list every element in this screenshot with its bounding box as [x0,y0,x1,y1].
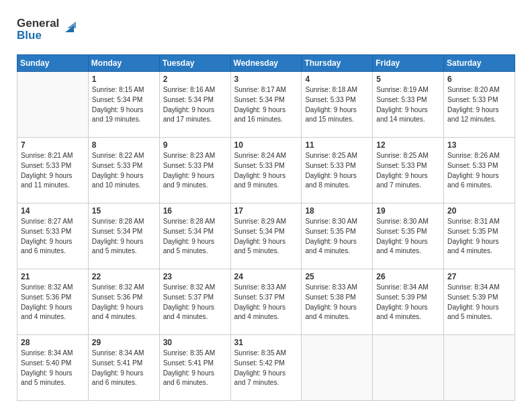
day-cell: 2 Sunrise: 8:16 AMSunset: 5:34 PMDayligh… [159,72,230,138]
day-info: Sunrise: 8:33 AMSunset: 5:37 PMDaylight:… [234,283,298,322]
day-info: Sunrise: 8:31 AMSunset: 5:35 PMDaylight:… [447,217,511,257]
day-cell: 30 Sunrise: 8:35 AMSunset: 5:41 PMDaylig… [159,335,230,401]
day-cell: 23 Sunrise: 8:32 AMSunset: 5:37 PMDaylig… [159,269,230,335]
day-info: Sunrise: 8:26 AMSunset: 5:33 PMDaylight:… [447,151,511,191]
day-cell: 21 Sunrise: 8:32 AMSunset: 5:36 PMDaylig… [17,269,89,335]
svg-marker-3 [67,21,76,28]
col-header-friday: Friday [373,55,444,72]
logo: General Blue [17,13,84,46]
day-info: Sunrise: 8:27 AMSunset: 5:33 PMDaylight:… [21,217,85,257]
day-number: 19 [376,206,440,216]
day-number: 30 [163,338,227,347]
day-number: 9 [163,140,227,150]
week-row-1: 7 Sunrise: 8:21 AMSunset: 5:33 PMDayligh… [17,138,515,203]
day-cell: 15 Sunrise: 8:28 AMSunset: 5:34 PMDaylig… [88,203,159,269]
day-cell: 4 Sunrise: 8:18 AMSunset: 5:33 PMDayligh… [302,72,373,138]
day-cell: 12 Sunrise: 8:25 AMSunset: 5:33 PMDaylig… [373,138,444,203]
day-cell: 28 Sunrise: 8:34 AMSunset: 5:40 PMDaylig… [17,335,89,401]
day-info: Sunrise: 8:24 AMSunset: 5:33 PMDaylight:… [234,151,298,191]
day-cell: 8 Sunrise: 8:22 AMSunset: 5:33 PMDayligh… [88,138,159,203]
col-header-thursday: Thursday [302,55,373,72]
logo-icon: General Blue [17,13,84,44]
day-cell [302,335,373,401]
day-info: Sunrise: 8:32 AMSunset: 5:36 PMDaylight:… [21,283,85,322]
day-cell: 25 Sunrise: 8:33 AMSunset: 5:38 PMDaylig… [302,269,373,335]
col-header-saturday: Saturday [444,55,515,72]
day-cell: 29 Sunrise: 8:34 AMSunset: 5:41 PMDaylig… [88,335,159,401]
header: General Blue [17,13,515,46]
day-cell: 6 Sunrise: 8:20 AMSunset: 5:33 PMDayligh… [444,72,515,138]
day-info: Sunrise: 8:30 AMSunset: 5:35 PMDaylight:… [376,217,440,257]
day-cell: 10 Sunrise: 8:24 AMSunset: 5:33 PMDaylig… [230,138,302,203]
day-info: Sunrise: 8:34 AMSunset: 5:39 PMDaylight:… [376,283,440,322]
day-cell: 22 Sunrise: 8:32 AMSunset: 5:36 PMDaylig… [88,269,159,335]
day-number: 21 [21,272,85,281]
day-cell: 13 Sunrise: 8:26 AMSunset: 5:33 PMDaylig… [444,138,515,203]
day-number: 11 [305,140,369,150]
day-info: Sunrise: 8:20 AMSunset: 5:33 PMDaylight:… [447,85,511,125]
day-info: Sunrise: 8:25 AMSunset: 5:33 PMDaylight:… [376,151,440,191]
day-number: 14 [21,206,85,216]
day-info: Sunrise: 8:33 AMSunset: 5:38 PMDaylight:… [305,283,369,322]
day-cell: 14 Sunrise: 8:27 AMSunset: 5:33 PMDaylig… [17,203,89,269]
day-number: 26 [376,272,440,281]
day-info: Sunrise: 8:35 AMSunset: 5:42 PMDaylight:… [234,349,298,388]
day-info: Sunrise: 8:34 AMSunset: 5:41 PMDaylight:… [92,349,156,388]
col-header-tuesday: Tuesday [159,55,230,72]
day-info: Sunrise: 8:30 AMSunset: 5:35 PMDaylight:… [305,217,369,257]
week-row-2: 14 Sunrise: 8:27 AMSunset: 5:33 PMDaylig… [17,203,515,269]
day-info: Sunrise: 8:23 AMSunset: 5:33 PMDaylight:… [163,151,227,191]
week-row-4: 28 Sunrise: 8:34 AMSunset: 5:40 PMDaylig… [17,335,515,401]
day-cell [373,335,444,401]
day-cell: 5 Sunrise: 8:19 AMSunset: 5:33 PMDayligh… [373,72,444,138]
day-cell: 20 Sunrise: 8:31 AMSunset: 5:35 PMDaylig… [444,203,515,269]
day-number: 10 [234,140,298,150]
day-number: 2 [163,75,227,84]
day-number: 27 [447,272,511,281]
week-row-0: 1 Sunrise: 8:15 AMSunset: 5:34 PMDayligh… [17,72,515,138]
day-number: 22 [92,272,156,281]
day-cell: 31 Sunrise: 8:35 AMSunset: 5:42 PMDaylig… [230,335,302,401]
day-cell: 9 Sunrise: 8:23 AMSunset: 5:33 PMDayligh… [159,138,230,203]
day-number: 29 [92,338,156,347]
col-header-sunday: Sunday [17,55,89,72]
day-number: 23 [163,272,227,281]
day-number: 1 [92,75,156,84]
day-number: 18 [305,206,369,216]
day-info: Sunrise: 8:25 AMSunset: 5:33 PMDaylight:… [305,151,369,191]
day-number: 16 [163,206,227,216]
day-info: Sunrise: 8:32 AMSunset: 5:36 PMDaylight:… [92,283,156,322]
day-number: 7 [21,140,85,150]
day-info: Sunrise: 8:16 AMSunset: 5:34 PMDaylight:… [163,85,227,125]
day-info: Sunrise: 8:22 AMSunset: 5:33 PMDaylight:… [92,151,156,191]
day-info: Sunrise: 8:28 AMSunset: 5:34 PMDaylight:… [163,217,227,257]
col-header-wednesday: Wednesday [230,55,302,72]
day-cell: 18 Sunrise: 8:30 AMSunset: 5:35 PMDaylig… [302,203,373,269]
day-number: 17 [234,206,298,216]
day-cell: 16 Sunrise: 8:28 AMSunset: 5:34 PMDaylig… [159,203,230,269]
day-cell: 11 Sunrise: 8:25 AMSunset: 5:33 PMDaylig… [302,138,373,203]
day-info: Sunrise: 8:35 AMSunset: 5:41 PMDaylight:… [163,349,227,388]
day-info: Sunrise: 8:34 AMSunset: 5:39 PMDaylight:… [447,283,511,322]
page: General Blue SundayMondayTuesdayWednesda… [0,0,532,411]
day-cell: 7 Sunrise: 8:21 AMSunset: 5:33 PMDayligh… [17,138,89,203]
day-number: 8 [92,140,156,150]
day-info: Sunrise: 8:34 AMSunset: 5:40 PMDaylight:… [21,349,85,388]
day-cell [444,335,515,401]
calendar-table: SundayMondayTuesdayWednesdayThursdayFrid… [17,54,515,401]
day-cell: 1 Sunrise: 8:15 AMSunset: 5:34 PMDayligh… [88,72,159,138]
day-info: Sunrise: 8:19 AMSunset: 5:33 PMDaylight:… [376,85,440,125]
day-number: 20 [447,206,511,216]
day-number: 13 [447,140,511,150]
calendar-header-row: SundayMondayTuesdayWednesdayThursdayFrid… [17,55,515,72]
day-info: Sunrise: 8:15 AMSunset: 5:34 PMDaylight:… [92,85,156,125]
day-number: 4 [305,75,369,84]
svg-text:General: General [17,17,59,30]
day-number: 28 [21,338,85,347]
svg-text:Blue: Blue [17,29,42,42]
day-cell: 27 Sunrise: 8:34 AMSunset: 5:39 PMDaylig… [444,269,515,335]
day-number: 25 [305,272,369,281]
day-info: Sunrise: 8:17 AMSunset: 5:34 PMDaylight:… [234,85,298,125]
col-header-monday: Monday [88,55,159,72]
day-cell: 3 Sunrise: 8:17 AMSunset: 5:34 PMDayligh… [230,72,302,138]
